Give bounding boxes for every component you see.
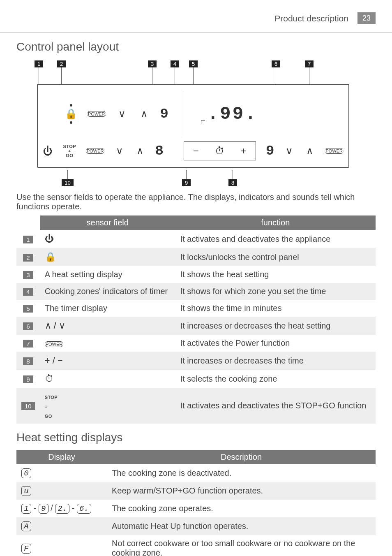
table-row: 8+ / −It increases or decreases the time bbox=[16, 352, 376, 370]
sensor-symbol-icon: ∧ / ∨ bbox=[45, 320, 65, 331]
display-symbol: 6. bbox=[77, 504, 91, 514]
table-row: 10STOP+GOIt activates and deactivates th… bbox=[16, 388, 376, 424]
heading-heat-displays: Heat setting displays bbox=[16, 431, 376, 444]
description-text: Not correct cookware or too small cookwa… bbox=[107, 535, 376, 556]
chevron-up-icon: ∧ bbox=[135, 145, 145, 157]
row-number-badge: 9 bbox=[23, 375, 33, 383]
sensor-symbol-icon: ⏻ bbox=[45, 234, 54, 244]
table-row: 1⏻It activates and deactivates the appli… bbox=[16, 230, 376, 248]
table-row: uKeep warm/STOP+GO function operates. bbox=[16, 482, 376, 500]
display-symbol: 9 bbox=[39, 504, 48, 514]
row-number-badge: 3 bbox=[23, 271, 33, 279]
table-row: 1 - 9 / 2. - 6.The cooking zone operates… bbox=[16, 500, 376, 517]
sensor-text: A heat setting display bbox=[45, 270, 122, 279]
separator bbox=[181, 91, 181, 137]
display-symbol: 1 bbox=[21, 504, 31, 514]
clock-icon: ⏱ bbox=[214, 145, 226, 157]
description-text: Automatic Heat Up function operates. bbox=[107, 517, 376, 535]
display-symbol: A bbox=[21, 521, 31, 531]
table-row: 3A heat setting displayIt shows the heat… bbox=[16, 266, 376, 283]
callout-6: 6 bbox=[272, 60, 280, 67]
th-display: Display bbox=[16, 450, 107, 464]
heat-display-bottom: 8 bbox=[155, 143, 164, 159]
callout-4: 4 bbox=[171, 60, 179, 67]
table-row: AAutomatic Heat Up function operates. bbox=[16, 517, 376, 535]
table-row: 2🔒It locks/unlocks the control panel bbox=[16, 248, 376, 266]
row-number-badge: 8 bbox=[23, 357, 33, 365]
function-text: It locks/unlocks the control panel bbox=[175, 248, 376, 266]
table-row: 7POWERIt activates the Power function bbox=[16, 335, 376, 352]
display-symbol: 0 bbox=[21, 468, 31, 478]
table-row: 5The timer displayIt shows the time in m… bbox=[16, 300, 376, 317]
plus-icon: + bbox=[238, 145, 250, 157]
chevron-down-icon: ∨ bbox=[114, 145, 125, 157]
heat-display-right: 9 bbox=[266, 143, 274, 159]
stopgo-icon: STOP+GO bbox=[45, 395, 58, 419]
function-text: It shows for which zone you set the time bbox=[175, 283, 376, 300]
callout-7: 7 bbox=[305, 60, 314, 67]
sensor-symbol-icon: ⏱ bbox=[45, 373, 54, 384]
power-on-icon: ⏻ bbox=[43, 145, 53, 157]
power-icon: POWER bbox=[87, 111, 106, 117]
page-number-badge: 23 bbox=[357, 12, 376, 24]
row-number-badge: 6 bbox=[23, 322, 33, 330]
zone-indicator-icon bbox=[201, 120, 205, 124]
description-text: Keep warm/STOP+GO function operates. bbox=[107, 482, 376, 500]
row-number-badge: 7 bbox=[23, 340, 33, 348]
table-row: 4Cooking zones' indicators of timerIt sh… bbox=[16, 283, 376, 300]
power-icon: POWER bbox=[86, 148, 105, 154]
function-text: It shows the time in minutes bbox=[175, 300, 376, 317]
heading-control-panel: Control panel layout bbox=[16, 40, 376, 53]
row-number-badge: 4 bbox=[23, 288, 33, 296]
row-number-badge: 5 bbox=[23, 305, 33, 313]
callout-9: 9 bbox=[182, 179, 191, 186]
callout-2: 2 bbox=[57, 60, 66, 67]
sensor-text: Cooking zones' indicators of timer bbox=[45, 287, 168, 296]
sensor-symbol-icon: 🔒 bbox=[45, 252, 56, 262]
function-text: It increases or decreases the heat setti… bbox=[175, 317, 376, 335]
callouts-bottom: 10 9 8 bbox=[37, 170, 349, 187]
stopgo-icon: STOP + GO bbox=[63, 144, 76, 158]
control-panel-diagram: 1 2 3 4 5 6 7 ⏻ 🔒 POWER ∨ ∧ 9 bbox=[37, 59, 349, 187]
display-symbol: u bbox=[21, 486, 31, 496]
row-number-badge: 10 bbox=[21, 402, 35, 410]
lock-icon: 🔒 bbox=[65, 108, 77, 120]
sensor-symbol-icon: + / − bbox=[45, 355, 63, 366]
callout-10: 10 bbox=[62, 179, 73, 186]
timer-control-box: − ⏱ + bbox=[184, 141, 256, 160]
sensor-field-table: sensor field function 1⏻It activates and… bbox=[16, 215, 376, 424]
section-title: Product description bbox=[274, 14, 348, 23]
indicator-dot-icon bbox=[70, 121, 72, 124]
th-sensor: sensor field bbox=[40, 215, 175, 230]
chevron-up-icon: ∧ bbox=[138, 108, 150, 120]
chevron-down-icon: ∨ bbox=[284, 145, 295, 157]
chevron-down-icon: ∨ bbox=[116, 108, 128, 120]
function-text: It activates and deactivates the applian… bbox=[175, 230, 376, 248]
sensor-text: The timer display bbox=[45, 303, 107, 313]
row-number-badge: 2 bbox=[23, 254, 33, 262]
minus-icon: − bbox=[190, 145, 202, 157]
display-symbol: 2. bbox=[55, 504, 69, 514]
function-text: It selects the cooking zone bbox=[175, 370, 376, 388]
panel-row-top: ⏻ 🔒 POWER ∨ ∧ 9 .99. bbox=[43, 89, 344, 139]
function-text: It activates the Power function bbox=[175, 335, 376, 352]
heat-display-table: Display Description 0The cooking zone is… bbox=[16, 450, 376, 556]
table-row: 6∧ / ∨It increases or decreases the heat… bbox=[16, 317, 376, 335]
power-icon: POWER bbox=[45, 341, 64, 347]
callout-8: 8 bbox=[228, 179, 237, 186]
callout-1: 1 bbox=[35, 60, 43, 67]
callout-3: 3 bbox=[148, 60, 157, 67]
function-text: It shows the heat setting bbox=[175, 266, 376, 283]
display-symbol: F bbox=[21, 544, 31, 554]
callout-5: 5 bbox=[189, 60, 198, 67]
table-row: 9⏱It selects the cooking zone bbox=[16, 370, 376, 388]
description-text: The cooking zone operates. bbox=[107, 500, 376, 517]
chevron-up-icon: ∧ bbox=[304, 145, 315, 157]
intro-text: Use the sensor fields to operate the app… bbox=[16, 192, 376, 211]
th-description: Description bbox=[107, 450, 376, 464]
indicator-dot-icon bbox=[70, 104, 72, 107]
function-text: It increases or decreases the time bbox=[175, 352, 376, 370]
th-function: function bbox=[175, 215, 376, 230]
description-text: The cooking zone is deactivated. bbox=[107, 464, 376, 482]
heat-display-top: 9 bbox=[160, 106, 168, 122]
